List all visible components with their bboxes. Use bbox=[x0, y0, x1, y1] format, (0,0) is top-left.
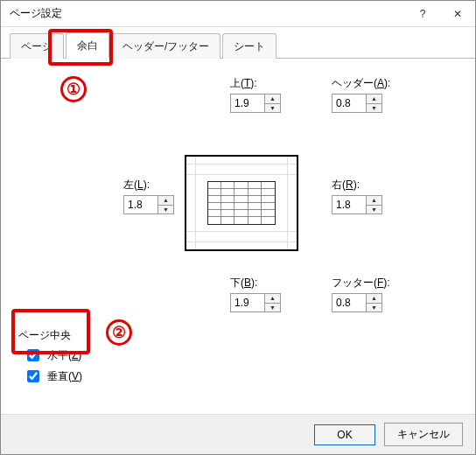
margin-bottom-spinner[interactable]: ▲▼ bbox=[230, 293, 281, 312]
margin-footer-label: フッター(F): bbox=[332, 276, 390, 290]
spinner-down-icon[interactable]: ▼ bbox=[265, 104, 280, 113]
tab-label: ページ bbox=[21, 40, 52, 52]
margin-left-input[interactable] bbox=[124, 196, 158, 214]
tab-page[interactable]: ページ bbox=[10, 33, 64, 59]
margin-top-group: 上(T): ▲▼ bbox=[230, 76, 281, 113]
close-icon: ✕ bbox=[453, 8, 462, 20]
margin-left-label: 左(L): bbox=[123, 178, 174, 192]
margin-left-spinner[interactable]: ▲▼ bbox=[123, 195, 174, 214]
margin-top-spinner[interactable]: ▲▼ bbox=[230, 94, 281, 113]
margin-footer-input[interactable] bbox=[332, 294, 366, 312]
margin-bottom-group: 下(B): ▲▼ bbox=[230, 276, 281, 312]
spinner-up-icon[interactable]: ▲ bbox=[158, 196, 173, 206]
margin-right-group: 右(R): ▲▼ bbox=[332, 178, 382, 214]
titlebar: ページ設定 ? ✕ bbox=[1, 1, 475, 27]
center-vertical-row: 垂直(V) bbox=[24, 368, 458, 385]
margin-footer-group: フッター(F): ▲▼ bbox=[332, 276, 390, 312]
margin-right-input[interactable] bbox=[332, 196, 366, 214]
cancel-label: キャンセル bbox=[397, 428, 450, 440]
center-horizontal-checkbox[interactable] bbox=[27, 349, 39, 361]
spinner-up-icon[interactable]: ▲ bbox=[265, 294, 280, 304]
page-preview-table-icon bbox=[207, 181, 276, 225]
ok-button[interactable]: OK bbox=[314, 424, 375, 445]
dialog-footer: OK キャンセル bbox=[1, 414, 475, 454]
margin-bottom-input[interactable] bbox=[231, 294, 264, 312]
margin-right-spinner[interactable]: ▲▼ bbox=[332, 195, 382, 214]
spinner-down-icon[interactable]: ▼ bbox=[265, 304, 280, 312]
tab-header-footer[interactable]: ヘッダー/フッター bbox=[111, 33, 220, 59]
tab-label: ヘッダー/フッター bbox=[122, 40, 209, 52]
center-vertical-checkbox[interactable] bbox=[27, 370, 39, 382]
tab-bar: ページ 余白 ヘッダー/フッター シート bbox=[1, 32, 475, 59]
spinner-up-icon[interactable]: ▲ bbox=[367, 294, 382, 304]
center-group-title: ページ中央 bbox=[18, 328, 458, 343]
center-horizontal-label: 水平(Z) bbox=[47, 348, 81, 363]
ok-label: OK bbox=[337, 429, 352, 441]
margin-footer-spinner[interactable]: ▲▼ bbox=[332, 293, 382, 312]
margin-right-label: 右(R): bbox=[332, 178, 382, 192]
center-horizontal-row: 水平(Z) bbox=[24, 346, 458, 364]
page-preview-diagram bbox=[185, 155, 298, 251]
spinner-down-icon[interactable]: ▼ bbox=[158, 206, 173, 214]
margin-bottom-label: 下(B): bbox=[230, 276, 281, 290]
margin-header-group: ヘッダー(A): ▲▼ bbox=[332, 76, 390, 113]
margin-top-input[interactable] bbox=[231, 94, 264, 112]
center-vertical-label: 垂直(V) bbox=[47, 369, 82, 384]
spinner-up-icon[interactable]: ▲ bbox=[367, 94, 382, 104]
tab-sheet[interactable]: シート bbox=[222, 33, 276, 59]
margin-top-label: 上(T): bbox=[230, 76, 281, 91]
tab-label: シート bbox=[234, 40, 265, 52]
tab-content: 上(T): ▲▼ ヘッダー(A): ▲▼ 左(L): ▲▼ bbox=[1, 59, 475, 438]
tab-margins[interactable]: 余白 bbox=[66, 32, 109, 59]
spinner-up-icon[interactable]: ▲ bbox=[265, 94, 280, 104]
spinner-down-icon[interactable]: ▼ bbox=[367, 304, 382, 312]
margin-controls: 上(T): ▲▼ ヘッダー(A): ▲▼ 左(L): ▲▼ bbox=[18, 76, 458, 304]
help-button[interactable]: ? bbox=[405, 1, 440, 27]
help-icon: ? bbox=[420, 8, 426, 20]
margin-header-input[interactable] bbox=[332, 94, 366, 112]
titlebar-buttons: ? ✕ bbox=[405, 1, 475, 27]
cancel-button[interactable]: キャンセル bbox=[384, 423, 463, 446]
spinner-down-icon[interactable]: ▼ bbox=[367, 104, 382, 113]
tab-label: 余白 bbox=[77, 39, 98, 52]
margin-header-label: ヘッダー(A): bbox=[332, 76, 390, 91]
window-title: ページ設定 bbox=[10, 6, 62, 21]
margin-left-group: 左(L): ▲▼ bbox=[123, 178, 174, 214]
spinner-down-icon[interactable]: ▼ bbox=[367, 206, 382, 214]
close-button[interactable]: ✕ bbox=[440, 1, 475, 27]
margin-header-spinner[interactable]: ▲▼ bbox=[332, 94, 382, 113]
page-setup-dialog: ページ設定 ? ✕ ① ページ 余白 ヘッダー/フッター シート 上(T): ▲… bbox=[0, 0, 476, 455]
spinner-up-icon[interactable]: ▲ bbox=[367, 196, 382, 206]
